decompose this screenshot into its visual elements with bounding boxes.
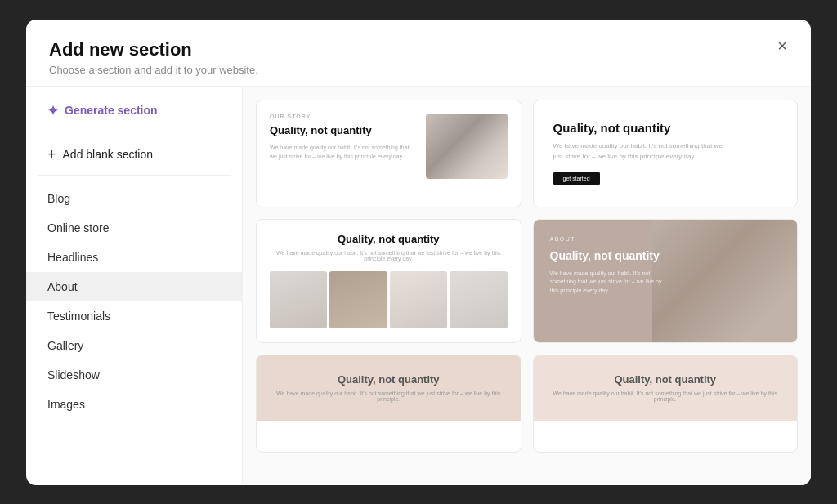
sidebar-item-label: Online store xyxy=(47,221,109,234)
modal-body: ✦ Generate section + Add blank section B… xyxy=(26,87,811,485)
card1-img-visual xyxy=(426,114,508,179)
sidebar-item-label: Headlines xyxy=(47,251,98,264)
template-card-4[interactable]: ABOUT Quality, not quantity We have made… xyxy=(533,219,799,343)
card4-content: ABOUT Quality, not quantity We have made… xyxy=(534,220,798,312)
sidebar-item-slideshow[interactable]: Slideshow xyxy=(26,360,242,390)
card4-title: Quality, not quantity xyxy=(550,248,781,263)
add-blank-section-button[interactable]: + Add blank section xyxy=(38,140,231,168)
card1-inner: OUR STORY Quality, not quantity We have … xyxy=(257,100,521,192)
sidebar-item-label: Testimonials xyxy=(47,310,110,323)
sidebar-divider-2 xyxy=(38,175,231,176)
templates-content-area: OUR STORY Quality, not quantity We have … xyxy=(243,87,811,485)
template-card-5[interactable]: Quality, not quantity We have made quali… xyxy=(256,355,521,453)
card3-img-4 xyxy=(450,271,507,328)
card3-inner: Quality, not quantity We have made quali… xyxy=(257,220,521,328)
template-card-2[interactable]: Quality, not quantity We have made quali… xyxy=(533,100,799,207)
sidebar-divider-1 xyxy=(38,132,231,132)
card6-body: We have made quality our habit. It's not… xyxy=(550,390,781,402)
sidebar-item-images[interactable]: Images xyxy=(26,390,242,419)
modal-title: Add new section xyxy=(49,39,788,60)
card1-body: We have made quality our habit. It's not… xyxy=(270,144,418,161)
card2-cta: get started xyxy=(553,172,600,185)
modal-subtitle: Choose a section and add it to your webs… xyxy=(49,64,788,76)
sidebar-item-online-store[interactable]: Online store xyxy=(26,213,242,243)
plus-icon: + xyxy=(47,147,56,162)
card1-label: OUR STORY xyxy=(270,114,418,119)
template-card-6[interactable]: Quality, not quantity We have made quali… xyxy=(533,355,799,453)
card6-inner: Quality, not quantity We have made quali… xyxy=(534,355,798,421)
card3-images xyxy=(270,271,508,328)
card2-title: Quality, not quantity xyxy=(553,121,671,135)
sidebar-item-testimonials[interactable]: Testimonials xyxy=(26,301,242,331)
card2-inner: Quality, not quantity We have made quali… xyxy=(534,100,798,207)
sidebar-item-about[interactable]: About xyxy=(26,272,242,301)
card1-image xyxy=(426,114,508,179)
close-button[interactable]: × xyxy=(770,34,794,59)
sidebar-item-label: About xyxy=(47,280,78,293)
sidebar-item-label: Gallery xyxy=(47,339,83,352)
generate-section-button[interactable]: ✦ Generate section xyxy=(38,96,168,125)
card3-title: Quality, not quantity xyxy=(338,233,440,245)
sparkle-icon: ✦ xyxy=(47,103,58,118)
card3-body: We have made quality our habit. It's not… xyxy=(270,250,508,261)
templates-grid: OUR STORY Quality, not quantity We have … xyxy=(256,100,798,453)
sidebar-item-blog[interactable]: Blog xyxy=(26,184,242,213)
generate-label: Generate section xyxy=(65,104,158,117)
card5-body: We have made quality our habit. It's not… xyxy=(273,390,504,402)
card1-title: Quality, not quantity xyxy=(270,124,418,138)
sidebar-item-gallery[interactable]: Gallery xyxy=(26,331,242,360)
card5-inner: Quality, not quantity We have made quali… xyxy=(257,355,521,421)
card5-title: Quality, not quantity xyxy=(338,373,440,386)
sidebar: ✦ Generate section + Add blank section B… xyxy=(26,87,243,485)
modal-backdrop: Add new section Choose a section and add… xyxy=(0,0,837,504)
card4-label: ABOUT xyxy=(550,236,781,242)
sidebar-item-label: Blog xyxy=(47,192,70,205)
card4-inner: ABOUT Quality, not quantity We have made… xyxy=(534,220,798,342)
add-section-modal: Add new section Choose a section and add… xyxy=(26,20,811,485)
sidebar-item-label: Slideshow xyxy=(47,368,100,381)
card3-img-2 xyxy=(329,271,387,328)
card4-body: We have made quality our habit. It's not… xyxy=(550,270,665,296)
modal-header: Add new section Choose a section and add… xyxy=(26,20,811,87)
card6-title: Quality, not quantity xyxy=(614,373,716,386)
card3-img-3 xyxy=(390,271,447,328)
template-card-3[interactable]: Quality, not quantity We have made quali… xyxy=(256,219,521,343)
sidebar-item-headlines[interactable]: Headlines xyxy=(26,243,242,272)
sidebar-item-label: Images xyxy=(47,398,85,411)
template-card-1[interactable]: OUR STORY Quality, not quantity We have … xyxy=(256,100,521,207)
card3-img-1 xyxy=(270,271,327,328)
card1-text: OUR STORY Quality, not quantity We have … xyxy=(270,114,418,179)
add-blank-label: Add blank section xyxy=(63,148,154,161)
card2-body: We have made quality our habit. It's not… xyxy=(553,141,733,163)
